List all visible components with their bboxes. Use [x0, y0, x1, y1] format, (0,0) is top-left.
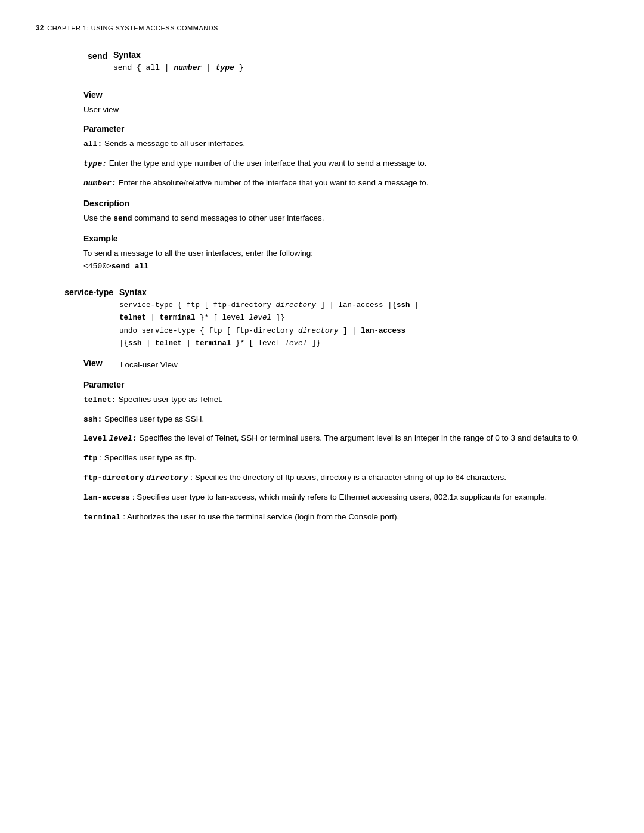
- page-number: 32: [36, 24, 44, 32]
- send-syntax-text: send { all | number | type }: [113, 62, 243, 75]
- service-type-ftp-desc: : Specifies user type as ftp.: [100, 453, 196, 462]
- send-example-text: To send a message to all the user interf…: [83, 247, 608, 260]
- service-type-param-telnet: telnet: Specifies user type as Telnet.: [83, 393, 608, 407]
- service-type-ssh-desc: Specifies user type as SSH.: [104, 414, 204, 423]
- send-section: send Syntax send { all | number | type }…: [36, 50, 608, 271]
- service-type-view-row: View Local-user View: [83, 358, 608, 371]
- send-description-label: Description: [83, 199, 608, 208]
- service-type-syntax-block: Syntax service-type { ftp [ ftp-director…: [119, 287, 419, 350]
- send-param-number-desc: Enter the absolute/relative number of th…: [118, 178, 428, 187]
- service-type-syntax-heading: Syntax: [119, 287, 419, 297]
- service-type-ftpdir-term: ftp-directory: [83, 473, 144, 482]
- send-param-number: number: Enter the absolute/relative numb…: [83, 176, 608, 190]
- service-type-command-label: service-type: [36, 287, 113, 297]
- send-param-type-desc: Enter the type and type number of the us…: [109, 159, 427, 168]
- service-type-content: Parameter telnet: Specifies user type as…: [83, 380, 608, 524]
- send-example-label: Example: [83, 234, 608, 243]
- service-type-telnet-desc: Specifies user type as Telnet.: [118, 395, 222, 404]
- send-syntax-block: Syntax send { all | number | type }: [113, 50, 243, 84]
- send-param-type: type: Enter the type and type number of …: [83, 157, 608, 171]
- service-type-view-label: View: [83, 358, 113, 368]
- service-type-parameter-section: Parameter telnet: Specifies user type as…: [83, 380, 608, 524]
- service-type-param-ssh: ssh: Specifies user type as SSH.: [83, 413, 608, 426]
- service-type-level-italic: level:: [109, 434, 137, 443]
- service-type-terminal-term: terminal: [83, 513, 120, 522]
- service-type-param-terminal: terminal : Authorizes the user to use th…: [83, 510, 608, 524]
- service-type-param-ftpdir: ftp-directory directory : Specifies the …: [83, 471, 608, 485]
- send-param-all-term: all:: [83, 140, 102, 148]
- service-type-section: service-type Syntax service-type { ftp […: [36, 287, 608, 524]
- service-type-terminal-desc: : Authorizes the user to use the termina…: [123, 512, 399, 521]
- chapter-title: Chapter 1: Using System Access Commands: [47, 24, 218, 32]
- service-type-ftpdir-desc: : Specifies the directory of ftp users, …: [190, 473, 506, 482]
- service-type-ftp-term: ftp: [83, 454, 97, 463]
- service-type-lanaccess-term: lan-access: [83, 493, 130, 502]
- send-example-code: <4500>send all: [83, 262, 608, 271]
- send-content: View User view Parameter all: Sends a me…: [83, 90, 608, 271]
- page-header: 32 Chapter 1: Using System Access Comman…: [36, 24, 608, 32]
- service-type-parameter-label: Parameter: [83, 380, 608, 389]
- service-type-syntax-row: service-type Syntax service-type { ftp […: [36, 287, 608, 350]
- send-param-number-term: number:: [83, 179, 116, 188]
- service-type-telnet-term: telnet:: [83, 395, 116, 404]
- service-type-ssh-term: ssh:: [83, 415, 102, 424]
- service-type-param-lanaccess: lan-access : Specifies user type to lan-…: [83, 491, 608, 504]
- service-type-lanaccess-desc: : Specifies user type to lan-access, whi…: [132, 493, 547, 501]
- send-param-all-desc: Sends a message to all user interfaces.: [104, 139, 245, 148]
- service-type-directory-italic: directory: [146, 473, 188, 482]
- send-command-label: send: [36, 50, 107, 61]
- service-type-level-term: level: [83, 434, 107, 443]
- send-parameter-label: Parameter: [83, 124, 608, 134]
- service-type-syntax-text: service-type { ftp [ ftp-directory direc…: [119, 299, 419, 350]
- send-syntax-row: send Syntax send { all | number | type }: [36, 50, 608, 84]
- service-type-param-level: level level: Specifies the level of Teln…: [83, 432, 608, 445]
- send-view-text: User view: [83, 103, 608, 116]
- send-syntax-heading: Syntax: [113, 50, 243, 60]
- send-description-text: Use the send command to send messages to…: [83, 212, 608, 225]
- send-inline-code: send: [113, 214, 132, 223]
- service-type-level-desc: Specifies the level of Telnet, SSH or te…: [139, 433, 579, 442]
- service-type-param-ftp: ftp : Specifies user type as ftp.: [83, 451, 608, 465]
- send-view-label: View: [83, 90, 608, 100]
- service-type-view-inner: View Local-user View: [83, 358, 608, 371]
- send-view-section: View User view: [83, 90, 608, 116]
- send-parameter-section: Parameter all: Sends a message to all us…: [83, 124, 608, 190]
- service-type-view-text: Local-user View: [120, 358, 178, 371]
- send-description-section: Description Use the send command to send…: [83, 199, 608, 225]
- send-example-section: Example To send a message to all the use…: [83, 234, 608, 271]
- send-param-type-term: type:: [83, 159, 107, 168]
- send-param-all: all: Sends a message to all user interfa…: [83, 137, 608, 151]
